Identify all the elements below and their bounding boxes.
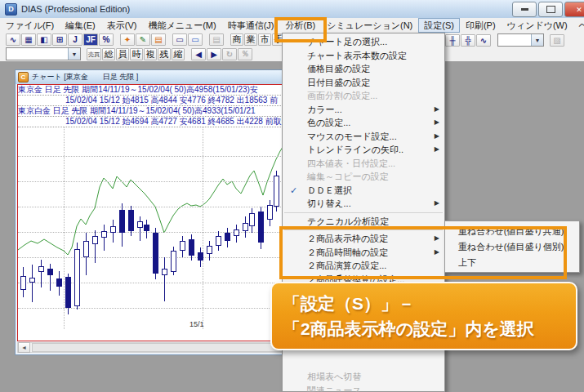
maximize-button[interactable]	[538, 2, 563, 17]
settings-menu-item-2[interactable]: 価格目盛の設定	[283, 62, 444, 76]
candle-body	[234, 229, 239, 236]
menubar-item-2[interactable]: 表示(V)	[101, 18, 143, 33]
candle-body	[74, 249, 80, 306]
settings-menu-item-6[interactable]: 色の設定...▶	[283, 116, 444, 130]
toolbar2-kanji-button-1[interactable]: 総	[102, 48, 115, 60]
toolbar-kanji-button-1[interactable]: 業	[244, 33, 257, 46]
prev-icon[interactable]: ◀	[191, 48, 206, 60]
toolbar2-kanji-button-3[interactable]: 時	[130, 48, 143, 60]
combo-dropdown-icon[interactable]: ▼	[68, 48, 80, 60]
candle-body	[101, 231, 107, 238]
menubar-item-1[interactable]: 編集(E)	[60, 18, 101, 33]
settings-menu-item-3[interactable]: 日付目盛の設定	[283, 76, 444, 90]
toolbar2-kanji-button-4[interactable]: 複	[144, 48, 157, 60]
candle-body	[128, 210, 134, 231]
close-button[interactable]: ✕	[564, 2, 584, 17]
toolbar2-kanji-button-2[interactable]: 員	[116, 48, 129, 60]
checkmark-icon: ✓	[290, 184, 297, 198]
menubar-item-7[interactable]: 設定(S)	[418, 18, 460, 33]
bar-chart-icon[interactable]: ╬	[461, 34, 475, 47]
combo-dropdown-icon[interactable]: ▼	[531, 34, 543, 46]
j-chart-icon[interactable]: J	[68, 33, 82, 46]
candle-body	[38, 266, 44, 272]
minimize-button[interactable]	[512, 2, 537, 17]
toolbar-kanji-button-0[interactable]: 商	[230, 33, 243, 46]
menubar-item-0[interactable]: ファイル(F)	[0, 18, 60, 33]
candle-body	[258, 212, 264, 243]
settings-menu-item-7[interactable]: マウスのモード設定...▶	[283, 130, 444, 144]
split-view-icon[interactable]: ◧	[37, 33, 51, 46]
settings-menu-item-1[interactable]: チャート表示本数の設定	[283, 49, 444, 63]
submenu-arrow-icon: ▶	[435, 116, 439, 130]
menubar-item-10[interactable]: ヘルプ(H)	[573, 18, 584, 33]
candle-body	[144, 225, 149, 231]
app-window: D DIAS (Professional Edition) ✕ ファイル(F)編…	[0, 0, 584, 392]
candle-body	[243, 223, 248, 231]
toolbar2-kanji-button-0[interactable]: 売買	[87, 48, 101, 60]
candle-body	[180, 241, 185, 251]
v-gridline	[203, 127, 203, 329]
toolbar2-kanji-button-5[interactable]: 残	[158, 48, 171, 60]
candle-body	[65, 277, 71, 308]
callout-line-1: 「設定（S）」－	[283, 291, 576, 316]
app-icon: D	[5, 3, 17, 16]
toolbar2-kanji-button-6[interactable]: 縮	[172, 48, 185, 60]
candle-body	[171, 251, 176, 272]
candle-body	[119, 210, 125, 233]
candle-wick	[95, 230, 96, 263]
candle-body	[29, 278, 35, 283]
candle-body	[198, 252, 203, 261]
x-axis-tick-label: 15/1	[189, 320, 222, 328]
star-tool-icon[interactable]: ✦	[120, 33, 135, 46]
candle-body	[207, 246, 212, 254]
monitor-blue-icon[interactable]: ▭	[188, 33, 203, 46]
settings-menu-item-10: 編集～コピーの設定	[283, 170, 444, 184]
instruction-callout: 「設定（S）」－ 「2商品表示枠の設定」内を選択	[270, 282, 577, 350]
table-view-icon[interactable]: ⊞	[52, 33, 67, 46]
candle-body	[274, 176, 279, 207]
callout-line-2: 「2商品表示枠の設定」内を選択	[283, 316, 576, 341]
settings-menu-item-21: 相場表へ切替	[283, 370, 444, 384]
candle-body	[92, 236, 98, 244]
candle-body	[216, 236, 221, 246]
percent-chart-icon[interactable]: %	[99, 33, 114, 46]
toolbar-disabled-button: ▨	[550, 34, 564, 47]
monitor-icon[interactable]: ▭	[172, 33, 187, 46]
candle-body	[189, 239, 194, 256]
settings-menu-item-22: 関連ニュース	[283, 384, 444, 392]
chart-window-icon: C	[18, 72, 29, 82]
jf-chart-icon[interactable]: JF	[83, 33, 98, 46]
menubar-item-3[interactable]: 機能メニュー(M)	[142, 18, 221, 33]
menubar-item-6[interactable]: シミュレーション(N)	[321, 18, 418, 33]
candle-body	[20, 276, 26, 290]
toolbar-right-group: ╫╬∿▼▨	[445, 33, 565, 47]
menubar-item-8[interactable]: 印刷(P)	[460, 18, 502, 33]
settings-menu-item-12[interactable]: 切り替え...▶	[283, 197, 444, 211]
menubar-item-9[interactable]: ウィンドウ(W)	[502, 18, 573, 33]
settings-menu-item-4: 画面分割の設定...	[283, 89, 444, 103]
chart-icon[interactable]: ∿	[6, 33, 20, 46]
candle-wick	[41, 260, 42, 287]
symbol-combo[interactable]: ▼	[6, 47, 81, 60]
candle-body	[267, 205, 273, 220]
chart-type-combo[interactable]: ▼	[497, 33, 544, 47]
settings-menu-item-5[interactable]: カラー...▶	[283, 103, 444, 117]
submenu-arrow-icon: ▶	[435, 103, 439, 117]
toolbar-kanji-button-2[interactable]: 市	[258, 33, 271, 46]
menubar-item-4[interactable]: 時事通信(J)	[222, 18, 280, 33]
line-chart-icon[interactable]: ∿	[476, 34, 491, 47]
scroll-left-arrow-icon[interactable]: ◄	[18, 342, 30, 353]
candlestick-chart-icon[interactable]: ╫	[445, 34, 460, 47]
settings-menu-item-11[interactable]: ＤＤＥ選択✓	[283, 184, 444, 198]
candle-body	[137, 221, 143, 228]
submenu-arrow-icon: ▶	[435, 197, 439, 211]
candle-wick	[164, 257, 165, 301]
grid-chart-icon[interactable]: ▦	[21, 33, 36, 46]
settings-menu-item-8[interactable]: トレンドラインの矢印..▶	[283, 143, 444, 157]
candle-body	[56, 278, 62, 287]
memo-icon[interactable]: ▤	[151, 33, 166, 46]
chart-window-title: チャート [東京金 日足 先限 ]	[32, 72, 138, 82]
printer-icon[interactable]: ▤	[209, 33, 224, 46]
next-icon[interactable]: ▶	[207, 48, 221, 60]
draw-tool-icon[interactable]: ✎	[136, 33, 150, 46]
